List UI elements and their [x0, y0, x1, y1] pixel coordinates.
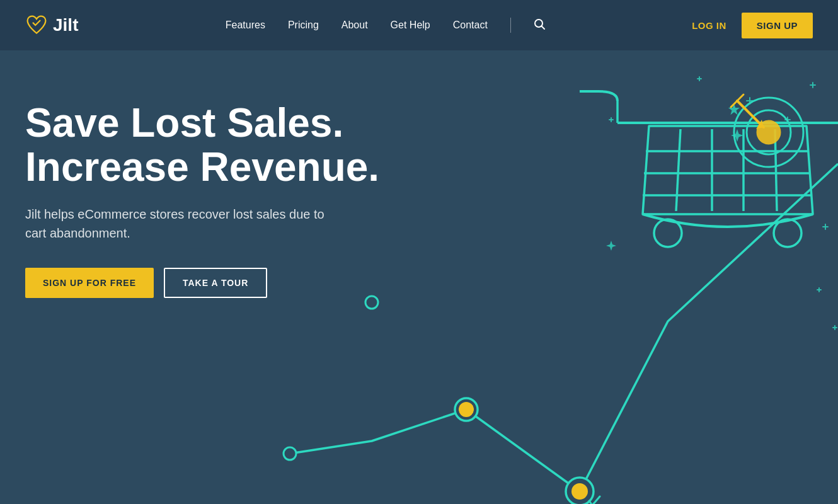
search-button[interactable] [534, 18, 545, 33]
site-header: Jilt Features Pricing About Get Help Con… [0, 0, 838, 50]
hero-section: Save Lost Sales. Increase Revenue. Jilt … [0, 50, 838, 504]
logo-text: Jilt [53, 15, 78, 35]
login-link[interactable]: LOG IN [692, 20, 726, 31]
svg-point-35 [459, 402, 474, 417]
nav-get-help[interactable]: Get Help [391, 20, 430, 31]
svg-rect-10 [609, 119, 614, 120]
svg-point-27 [774, 219, 801, 247]
svg-point-38 [365, 296, 378, 309]
svg-rect-16 [817, 289, 822, 290]
svg-rect-18 [832, 327, 837, 328]
hero-content: Save Lost Sales. Increase Revenue. Jilt … [25, 101, 379, 298]
svg-rect-14 [822, 226, 829, 227]
nav-features[interactable]: Features [226, 20, 265, 31]
signup-free-button[interactable]: SIGN UP FOR FREE [25, 268, 154, 298]
svg-line-19 [676, 129, 680, 211]
main-nav: Features Pricing About Get Help Contact [226, 18, 545, 33]
svg-line-1 [541, 26, 544, 29]
svg-rect-12 [697, 78, 702, 79]
hero-buttons: SIGN UP FOR FREE TAKE A TOUR [25, 268, 379, 298]
svg-point-26 [654, 219, 682, 247]
nav-pricing[interactable]: Pricing [288, 20, 319, 31]
hero-headline: Save Lost Sales. Increase Revenue. [25, 101, 379, 190]
nav-about[interactable]: About [342, 20, 368, 31]
signup-button[interactable]: SIGN UP [742, 13, 813, 38]
svg-point-33 [284, 447, 296, 460]
svg-rect-8 [810, 84, 816, 86]
nav-divider [510, 18, 511, 33]
logo[interactable]: Jilt [25, 14, 78, 37]
search-icon [534, 18, 545, 30]
svg-point-37 [571, 483, 588, 500]
nav-contact[interactable]: Contact [453, 20, 488, 31]
take-tour-button[interactable]: TAKE A TOUR [164, 268, 267, 298]
hero-subtext: Jilt helps eCommerce stores recover lost… [25, 205, 328, 243]
header-auth: LOG IN SIGN UP [692, 13, 813, 38]
heart-logo-icon [25, 14, 48, 37]
